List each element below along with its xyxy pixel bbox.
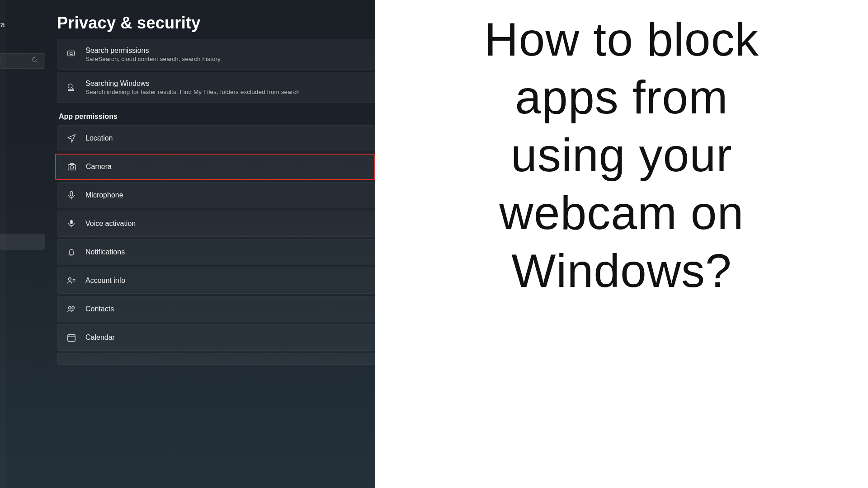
calendar-icon	[66, 332, 77, 343]
permission-label: Contacts	[85, 305, 114, 313]
svg-rect-2	[68, 51, 75, 56]
page-title: Privacy & security	[57, 14, 375, 33]
permission-label: Camera	[86, 163, 112, 171]
search-input[interactable]	[0, 53, 45, 69]
card-subtitle: SafeSearch, cloud content search, search…	[85, 56, 221, 62]
svg-point-3	[70, 52, 72, 55]
permission-next-peek[interactable]	[57, 353, 375, 365]
card-subtitle: Search indexing for faster results, Find…	[85, 89, 300, 95]
card-searching-windows[interactable]: Searching Windows Search indexing for fa…	[57, 72, 375, 103]
svg-line-1	[36, 61, 37, 62]
svg-rect-21	[68, 335, 75, 342]
svg-point-20	[72, 307, 75, 310]
section-heading: App permissions	[59, 113, 375, 121]
permission-label: Account info	[85, 277, 125, 285]
voice-icon	[66, 218, 77, 230]
index-search-icon	[66, 81, 77, 93]
permission-label: Calendar	[85, 333, 115, 342]
permission-location[interactable]: Location	[57, 125, 375, 151]
card-search-permissions[interactable]: Search permissions SafeSearch, cloud con…	[57, 39, 375, 70]
svg-rect-14	[70, 220, 73, 224]
article-headline: How to block apps from using your webcam…	[477, 11, 766, 300]
article-panel: How to block apps from using your webcam…	[375, 0, 868, 488]
bell-icon	[66, 246, 77, 258]
permission-camera[interactable]: Camera	[55, 154, 375, 180]
sidebar-clipped-text: ra	[0, 21, 5, 29]
svg-rect-11	[70, 164, 73, 165]
permission-label: Notifications	[85, 248, 125, 256]
svg-point-5	[68, 84, 72, 88]
permission-calendar[interactable]: Calendar	[57, 324, 375, 351]
permission-label: Voice activation	[85, 220, 136, 228]
microphone-icon	[66, 189, 77, 201]
main-content: Privacy & security Search permissions Sa…	[57, 0, 375, 367]
search-gear-icon	[66, 48, 77, 60]
svg-line-4	[72, 54, 73, 56]
camera-icon	[66, 161, 78, 173]
account-icon	[66, 275, 77, 286]
svg-point-10	[70, 166, 73, 169]
permission-voice-activation[interactable]: Voice activation	[57, 211, 375, 237]
card-title: Searching Windows	[85, 80, 300, 88]
permission-account-info[interactable]: Account info	[57, 267, 375, 294]
location-icon	[66, 132, 77, 144]
contacts-icon	[66, 303, 77, 315]
svg-marker-8	[68, 135, 75, 142]
svg-point-0	[32, 57, 36, 61]
svg-rect-12	[70, 192, 73, 196]
svg-point-19	[69, 307, 71, 310]
svg-rect-7	[68, 89, 74, 91]
settings-window: ra Privacy & security Search permissions…	[0, 0, 375, 488]
permission-contacts[interactable]: Contacts	[57, 296, 375, 322]
svg-point-16	[68, 277, 71, 280]
card-title: Search permissions	[85, 47, 221, 55]
permission-label: Microphone	[85, 191, 123, 199]
sidebar-active-item[interactable]	[0, 234, 45, 250]
permission-label: Location	[85, 134, 113, 142]
permission-notifications[interactable]: Notifications	[57, 239, 375, 265]
search-icon	[31, 56, 38, 66]
permission-microphone[interactable]: Microphone	[57, 182, 375, 208]
